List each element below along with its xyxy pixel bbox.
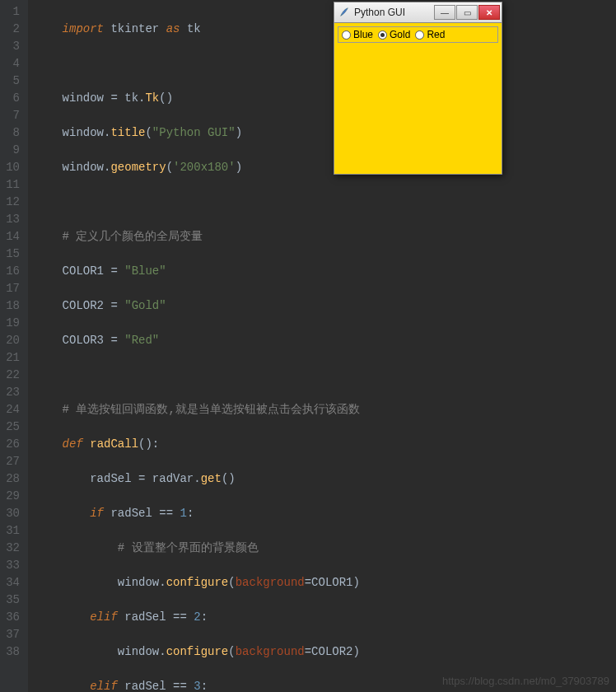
line-number: 24	[5, 401, 20, 418]
radio-gold[interactable]: Gold	[378, 29, 410, 40]
code-line[interactable]	[35, 55, 616, 72]
window-title: Python GUI	[354, 7, 434, 18]
radio-circle-icon	[378, 30, 387, 40]
radio-red[interactable]: Red	[415, 29, 445, 40]
line-gutter: 1 2 3 4 5 6 7 8 9 10 11 12 13 14 15 16 1…	[0, 0, 28, 692]
line-number: 18	[5, 297, 20, 315]
line-number: 8	[5, 124, 20, 142]
line-number: 14	[5, 228, 20, 245]
code-line[interactable]: COLOR2 = "Gold"	[35, 297, 616, 315]
line-number: 20	[5, 332, 20, 349]
code-line[interactable]: elif radSel == 2:	[35, 609, 616, 626]
line-number: 3	[5, 38, 20, 55]
code-line[interactable]: if radSel == 1:	[35, 505, 616, 522]
code-area[interactable]: import tkinter as tk window = tk.Tk() wi…	[28, 0, 616, 692]
tk-window[interactable]: Python GUI — ▭ ✕ Blue Gold Red	[334, 2, 502, 175]
line-number: 31	[5, 522, 20, 540]
code-line[interactable]: window.configure(background=COLOR2)	[35, 643, 616, 661]
line-number: 35	[5, 591, 20, 609]
radio-label: Red	[427, 29, 445, 40]
radio-label: Blue	[353, 29, 373, 40]
line-number: 26	[5, 436, 20, 453]
line-number: 27	[5, 453, 20, 470]
code-line[interactable]: # 设置整个界面的背景颜色	[35, 540, 616, 557]
watermark-text: https://blog.csdn.net/m0_37903789	[442, 675, 609, 687]
line-number: 29	[5, 488, 20, 505]
radio-blue[interactable]: Blue	[342, 29, 373, 40]
code-line[interactable]	[35, 194, 616, 211]
line-number: 15	[5, 245, 20, 263]
line-number: 4	[5, 55, 20, 72]
line-number: 2	[5, 21, 20, 38]
code-line[interactable]: window.title("Python GUI")	[35, 124, 616, 142]
line-number: 7	[5, 107, 20, 124]
radio-circle-icon	[342, 30, 351, 40]
code-line[interactable]	[35, 367, 616, 384]
line-number: 22	[5, 367, 20, 384]
line-number: 19	[5, 315, 20, 332]
line-number: 17	[5, 280, 20, 297]
line-number: 13	[5, 211, 20, 228]
line-number: 23	[5, 384, 20, 401]
code-line[interactable]: window.geometry('200x180')	[35, 159, 616, 176]
line-number: 28	[5, 470, 20, 488]
line-number: 9	[5, 142, 20, 159]
line-number: 16	[5, 263, 20, 280]
radio-group: Blue Gold Red	[338, 26, 498, 43]
line-number: 12	[5, 194, 20, 211]
line-number: 25	[5, 418, 20, 436]
code-editor: 1 2 3 4 5 6 7 8 9 10 11 12 13 14 15 16 1…	[0, 0, 616, 692]
radio-label: Gold	[390, 29, 410, 40]
line-number: 32	[5, 540, 20, 557]
titlebar[interactable]: Python GUI — ▭ ✕	[334, 2, 502, 23]
radio-circle-icon	[415, 30, 424, 40]
window-buttons: — ▭ ✕	[434, 5, 500, 20]
line-number: 1	[5, 3, 20, 21]
line-number: 37	[5, 626, 20, 643]
window-body: Blue Gold Red	[334, 23, 502, 175]
code-line[interactable]: COLOR3 = "Red"	[35, 332, 616, 349]
minimize-button[interactable]: —	[434, 5, 455, 20]
line-number: 30	[5, 505, 20, 522]
line-number: 10	[5, 159, 20, 176]
line-number: 33	[5, 557, 20, 574]
code-line[interactable]: # 单选按钮回调函数,就是当单选按钮被点击会执行该函数	[35, 401, 616, 418]
code-line[interactable]: radSel = radVar.get()	[35, 470, 616, 488]
line-number: 38	[5, 643, 20, 661]
close-button[interactable]: ✕	[478, 5, 500, 20]
line-number: 21	[5, 349, 20, 367]
tk-feather-icon	[338, 6, 351, 19]
line-number: 6	[5, 90, 20, 107]
code-line[interactable]: window = tk.Tk()	[35, 90, 616, 107]
code-line[interactable]: COLOR1 = "Blue"	[35, 263, 616, 280]
code-line[interactable]: import tkinter as tk	[35, 21, 616, 38]
line-number: 5	[5, 72, 20, 90]
line-number: 11	[5, 176, 20, 194]
code-line[interactable]: window.configure(background=COLOR1)	[35, 574, 616, 591]
line-number: 36	[5, 609, 20, 626]
code-line[interactable]: # 定义几个颜色的全局变量	[35, 228, 616, 245]
line-number: 34	[5, 574, 20, 591]
maximize-button[interactable]: ▭	[456, 5, 478, 20]
code-line[interactable]: def radCall():	[35, 436, 616, 453]
